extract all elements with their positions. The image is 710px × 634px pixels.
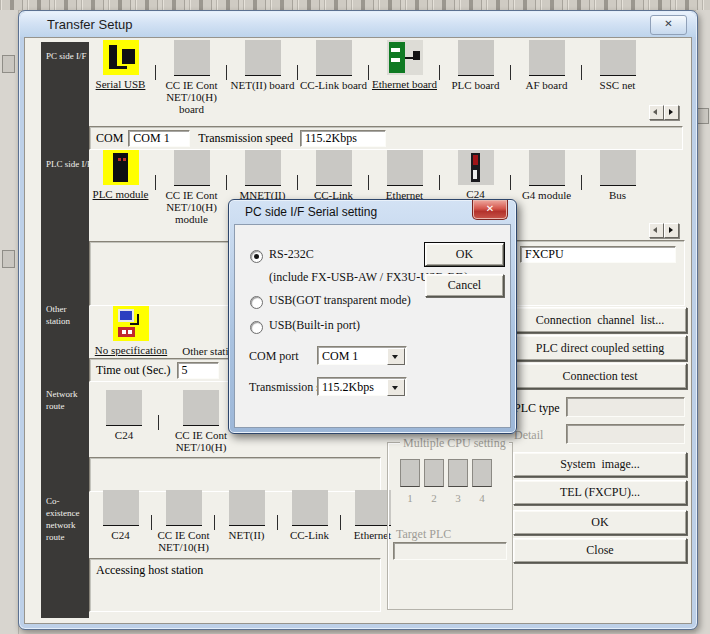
speed-label: Transmission speed <box>198 131 293 146</box>
chevron-down-icon[interactable] <box>387 379 405 396</box>
device-net2[interactable]: NET(II) <box>215 490 278 553</box>
c24-icon <box>103 490 139 526</box>
device-label: PLC board <box>452 79 500 91</box>
com-value-field: COM 1 <box>128 130 190 147</box>
device-af-board[interactable]: AF board <box>511 40 582 115</box>
screen: Transfer Setup ✕ PC side I/F PLC side I/… <box>0 0 710 634</box>
device-net2-board[interactable]: NET(II) board <box>227 40 298 115</box>
com-port-label: COM port <box>249 349 299 364</box>
target-plc-label: Target PLC <box>396 527 451 542</box>
ethernet-icon <box>355 490 391 526</box>
device-c24[interactable]: C24 <box>89 490 152 553</box>
window-titlebar[interactable]: Transfer Setup ✕ <box>20 12 696 37</box>
close-icon: ✕ <box>486 203 494 214</box>
device-cc-ie-cont-module[interactable]: CC IE Cont NET/10(H) module <box>156 150 227 225</box>
ok-button[interactable]: OK <box>513 510 687 535</box>
dialog-close-button[interactable]: ✕ <box>472 200 508 220</box>
cpu-slot: 3 <box>448 459 468 504</box>
usb-builtin-radio[interactable] <box>250 321 263 334</box>
device-label: CC IE Cont NET/10(H) <box>152 529 215 553</box>
plc-module-icon <box>103 150 139 185</box>
device-plc-module[interactable]: PLC module <box>85 150 156 225</box>
device-no-specification[interactable]: No specification <box>89 306 173 357</box>
usb-got-radio-label[interactable]: USB(GOT transparent mode) <box>269 293 411 308</box>
cpu-slot-row: 1 2 3 4 <box>400 459 492 504</box>
other-station-section-label: Other station <box>46 303 92 327</box>
device-ethernet-board[interactable]: Ethernet board <box>369 40 440 115</box>
device-label: C24 <box>115 429 133 441</box>
device-cc-ie-cont-board[interactable]: CC IE Cont NET/10(H) board <box>156 40 227 115</box>
device-cc-link-board[interactable]: CC-Link board <box>298 40 369 115</box>
speed-value-field: 115.2Kbps <box>300 130 386 147</box>
pc-side-scroll-left-button[interactable] <box>649 105 664 120</box>
transmission-speed-select[interactable]: 115.2Kbps <box>317 377 407 396</box>
window-close-button[interactable]: ✕ <box>650 15 687 35</box>
pc-side-scroll-right-button[interactable] <box>664 105 679 120</box>
ethernet-module-icon <box>387 150 423 186</box>
bus-icon <box>600 150 636 186</box>
device-cc-link[interactable]: CC-Link <box>278 490 341 553</box>
device-label: G4 module <box>522 189 571 201</box>
device-c24[interactable]: C24 <box>89 390 159 453</box>
close-icon: ✕ <box>664 18 672 29</box>
cpu-type-field[interactable]: FXCPU <box>520 246 676 263</box>
cc-ie-cont-icon <box>183 390 219 426</box>
device-serial-usb[interactable]: Serial USB <box>85 40 156 115</box>
rs232c-radio[interactable] <box>250 250 263 263</box>
net2-icon <box>229 490 265 526</box>
cpu-slot-number: 4 <box>479 492 485 504</box>
plc-type-field <box>566 397 685 417</box>
cpu-slot-number: 1 <box>407 492 413 504</box>
dialog-ok-button[interactable]: OK <box>425 243 504 266</box>
dialog-cancel-button[interactable]: Cancel <box>425 274 504 297</box>
network-route-section-label: Network route <box>46 388 92 412</box>
plc-direct-coupled-button[interactable]: PLC direct coupled setting <box>513 335 687 361</box>
tel-fxcpu-button[interactable]: TEL (FXCPU)... <box>513 480 687 505</box>
com-label: COM <box>96 131 123 146</box>
cc-ie-cont-icon <box>166 490 202 526</box>
device-g4-module[interactable]: G4 module <box>511 150 582 225</box>
detail-label: Detail <box>514 428 543 443</box>
device-label: C24 <box>111 529 129 541</box>
plc-side-scroll-left-button[interactable] <box>649 223 664 238</box>
network-route-display-box <box>89 457 381 492</box>
rs232c-radio-label[interactable]: RS-232C <box>269 247 314 262</box>
cpu-type-box: FXCPU <box>513 240 685 306</box>
plc-type-label: PLC type <box>514 401 560 416</box>
com-port-value: COM 1 <box>322 349 358 364</box>
system-image-button[interactable]: System image... <box>513 452 687 477</box>
c24-serial-icon <box>458 150 494 185</box>
usb-builtin-radio-label[interactable]: USB(Built-in port) <box>269 318 360 333</box>
cpu-slot: 1 <box>400 459 420 504</box>
close-button[interactable]: Close <box>513 538 687 563</box>
c24-icon <box>106 390 142 426</box>
device-label: CC IE Cont NET/10(H) board <box>156 79 227 115</box>
mnet2-module-icon <box>245 150 281 186</box>
plc-board-icon <box>458 40 494 76</box>
com-settings-bar: COM COM 1 Transmission speed 115.2Kbps <box>89 126 683 150</box>
device-bus[interactable]: Bus <box>582 150 653 225</box>
dialog-title[interactable]: PC side I/F Serial setting <box>245 205 377 219</box>
plc-side-scroll-right-button[interactable] <box>664 223 679 238</box>
cpu-slot: 4 <box>472 459 492 504</box>
chevron-down-icon[interactable] <box>387 348 405 365</box>
transmission-speed-value: 115.2Kbps <box>322 380 374 395</box>
device-label: NET(II) <box>228 529 264 541</box>
device-cc-ie-cont[interactable]: CC IE Cont NET/10(H) <box>152 490 215 553</box>
com-port-select[interactable]: COM 1 <box>317 346 407 365</box>
serial-setting-dialog: PC side I/F Serial setting ✕ RS-232C (in… <box>228 199 517 434</box>
network-route-row: C24 CC IE Cont NET/10(H) <box>89 390 243 453</box>
device-ssc-net[interactable]: SSC net <box>582 40 653 115</box>
connection-channel-list-button[interactable]: Connection channel list... <box>513 307 687 333</box>
serial-usb-icon <box>103 40 139 75</box>
pc-side-device-row: Serial USB CC IE Cont NET/10(H) board NE… <box>85 40 653 115</box>
connection-test-button[interactable]: Connection test <box>513 363 687 389</box>
cc-ie-cont-board-icon <box>174 40 210 76</box>
cpu-slot: 2 <box>424 459 444 504</box>
device-plc-board[interactable]: PLC board <box>440 40 511 115</box>
background-fragment <box>2 55 15 73</box>
coexistence-route-row: C24 CC IE Cont NET/10(H) NET(II) CC-Link… <box>89 490 404 553</box>
timeout-field[interactable]: 5 <box>177 362 219 379</box>
usb-got-radio[interactable] <box>250 296 263 309</box>
window-title: Transfer Setup <box>47 17 133 32</box>
